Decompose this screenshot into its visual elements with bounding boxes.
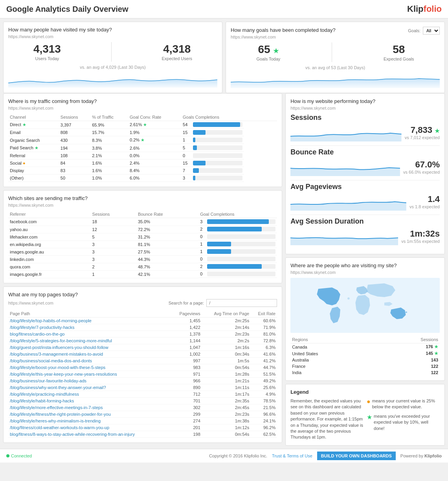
regions-col-name: Regions	[290, 336, 378, 343]
pct-cell: 1.6%	[90, 160, 128, 167]
table-row: images.google.au 3 27.5% 1	[8, 248, 277, 255]
goals-today-block: 65 ★ Goals Today	[256, 43, 280, 61]
legend-grid: Remember, the expected values you see on…	[290, 398, 440, 441]
page-path-cell: /blog/lifestyle/more-effective-meetings-…	[8, 404, 171, 411]
expected-goals-value: 58	[384, 43, 414, 56]
traffic-col-sessions: Sessions	[59, 114, 90, 121]
traffic-col-goals: Goals Completions	[181, 114, 277, 121]
legend-card: Legend Remember, the expected values you…	[285, 384, 445, 446]
sessions-label: Sessions	[290, 114, 440, 122]
exit-cell: 72.8%	[251, 337, 277, 344]
sessions-cell: 194	[59, 144, 90, 152]
legend-symbols: ● means your current value is 25% below …	[367, 398, 440, 441]
table-row: linkedin.com 3 44.3% 0	[8, 255, 277, 263]
bounce-value: 67.0%	[403, 160, 440, 170]
referrer-cell: images.google.au	[8, 248, 91, 255]
goals-bar-cell: 7	[181, 167, 244, 174]
page-path-cell: /blog/business/social-media-dos-and-dont…	[8, 357, 171, 364]
goals-select[interactable]: All	[423, 27, 440, 35]
ref-goals-cell: 2	[198, 226, 277, 233]
build-dashboards-button[interactable]: BUILD YOUR OWN DASHBOARDS	[317, 452, 396, 460]
referrer-cell: yahoo.au	[8, 226, 91, 233]
goals-divider	[332, 42, 332, 62]
goals-today-value: 65 ★	[256, 43, 280, 56]
page-path-cell: /blog/fitness/cold-weather-workouts-to-w…	[8, 424, 171, 431]
klipfolio-logo: Klipfolio	[407, 4, 442, 14]
channel-cell: (Other)	[8, 174, 59, 182]
conv-cell: 2.4%	[128, 160, 181, 167]
avg-time-cell: 2m:14s	[202, 324, 251, 330]
conv-cell: 2.6%	[128, 144, 181, 152]
region-name-cell: India	[290, 369, 378, 376]
region-name-cell: Australia	[290, 357, 378, 363]
exit-cell: 62.5%	[251, 431, 277, 437]
page-title: Google Analytics Daily Overview	[6, 5, 129, 14]
referrer-cell: en.wikipedia.org	[8, 240, 91, 248]
footer: Connected Copyright © 2016 Klipfolio Inc…	[0, 449, 448, 463]
goals-bar-cell: 0	[181, 152, 244, 160]
avg-time-cell: 2m:45s	[202, 404, 251, 411]
bounce-cell: 42.1%	[136, 270, 198, 278]
ref-col-goals: Goal Completions	[198, 211, 277, 218]
pct-cell: 3.8%	[90, 144, 128, 152]
ref-sessions-cell: 18	[91, 218, 136, 226]
region-sessions-cell: 176 ★	[378, 343, 440, 351]
goals-bar-cell: 15	[181, 129, 244, 136]
page-path-cell: /blog/business/our-favourite-holiday-ads	[8, 377, 171, 384]
page-path-cell: blog/fitness/cardio-on-the-go	[8, 330, 171, 337]
avg-time-cell: 2m:23s	[202, 411, 251, 417]
ref-sessions-cell: 1	[91, 270, 136, 278]
session-dur-value: 1m:32s	[401, 229, 440, 239]
channel-cell: Paid Search ★	[8, 144, 59, 152]
visitors-metrics: 4,313 Users Today 4,318 Expected Users	[8, 42, 217, 62]
table-row: Referral 108 2.1% 0.0% 0	[8, 152, 277, 160]
table-row: /blog/lifestyle/heres-why-minimalism-is-…	[8, 417, 277, 424]
traffic-col-pct: % of Traffic	[90, 114, 128, 121]
table-row: Direct ★ 3,397 65.9% 2.61% ★ 54	[8, 121, 277, 129]
legend-star-desc: means you've exceeded your expected valu…	[374, 413, 440, 431]
ref-goals-cell: 0	[198, 270, 277, 278]
geo-url: https://www.skynet.com	[290, 270, 440, 275]
bounce-cell: 27.5%	[136, 248, 198, 255]
perf-session-duration: Avg Session Duration 1m:32s vs 1m:55s ex…	[290, 217, 440, 245]
ref-goals-cell: 1	[198, 248, 277, 255]
search-input[interactable]	[206, 299, 277, 307]
footer-right: Copyright © 2016 Klipfolio Inc. Trust & …	[209, 452, 442, 460]
pct-cell: 1.0%	[90, 174, 128, 182]
top-pages-url: https://www.skynet.com	[8, 301, 53, 305]
pageviews-cell: 299	[171, 411, 202, 417]
pages-col-pageviews: Pageviews	[171, 310, 202, 318]
pct-cell: 2.1%	[90, 152, 128, 160]
conv-cell: 0.0%	[128, 152, 181, 160]
goals-title: How many goals have been completed today…	[231, 27, 336, 33]
exit-cell: 96.6%	[251, 411, 277, 417]
bottom-section: Where is my traffic coming from today? h…	[0, 93, 448, 449]
legend-orange-desc: means your current value is 25% below th…	[372, 398, 440, 410]
table-row: blog/fitness/cardio-on-the-go 1,378 2m:2…	[8, 330, 277, 337]
referrer-cell: lifehacker.com	[8, 233, 91, 240]
pageviews-cell: 712	[171, 391, 202, 397]
top-pages-title: What are my top pages today?	[8, 292, 277, 297]
exit-cell: 81.0%	[251, 330, 277, 337]
top-row: How many people have visited my site tod…	[3, 22, 445, 93]
referrers-table: Referrer Sessions Bounce Rate Goal Compl…	[8, 211, 277, 278]
exit-cell: 25.6%	[251, 384, 277, 391]
perf-title: How is my website performing today?	[290, 98, 440, 104]
session-dur-sparkline	[290, 229, 398, 245]
exit-cell: 24.1%	[251, 417, 277, 424]
users-today-label: Users Today	[33, 56, 61, 61]
sessions-cell: 50	[59, 174, 90, 182]
avg-time-cell: 0m:34s	[202, 351, 251, 357]
ref-sessions-cell: 3	[91, 240, 136, 248]
goals-metrics: 65 ★ Goals Today 58 Expected Goals	[231, 42, 440, 62]
geo-title: Where are the people who are visiting my…	[290, 263, 440, 268]
sessions-sparkline	[290, 126, 402, 141]
ref-col-bounce: Bounce Rate	[136, 211, 198, 218]
perf-pageviews: Avg Pageviews 1.4 vs 1.8 expected	[290, 183, 440, 211]
regions-col-sessions: Sessions	[378, 336, 440, 343]
ref-col-sessions: Sessions	[91, 211, 136, 218]
ref-goals-cell: 2	[198, 263, 277, 270]
avg-time-cell: 0m:54s	[202, 364, 251, 371]
table-row: /blog/lifestyle/this-year-keep-your-new-…	[8, 371, 277, 377]
avg-time-cell: 2m:2s	[202, 337, 251, 344]
